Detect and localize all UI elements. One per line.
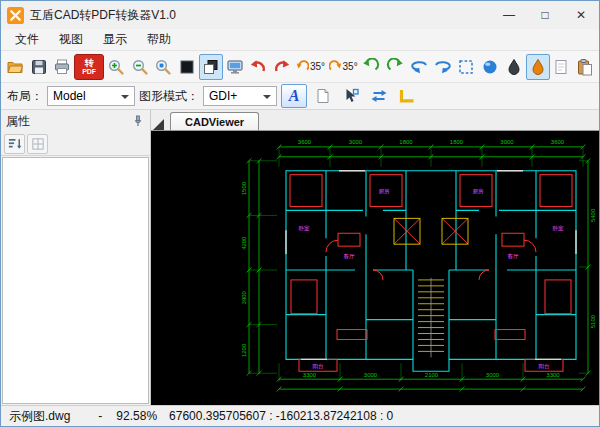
graphics-mode-selected-value: GDI+ bbox=[209, 89, 237, 103]
dimension-label: 3000 bbox=[349, 139, 363, 145]
tab-cadviewer[interactable]: CADViewer bbox=[170, 112, 259, 130]
sphere-render-button[interactable] bbox=[478, 54, 502, 80]
zoom-in-button[interactable] bbox=[104, 54, 128, 80]
menu-file[interactable]: 文件 bbox=[5, 29, 49, 50]
spin-right-button[interactable] bbox=[431, 54, 455, 80]
maximize-button[interactable]: □ bbox=[527, 1, 563, 29]
zoom-out-button[interactable] bbox=[128, 54, 152, 80]
background-toggle-button[interactable] bbox=[199, 54, 223, 80]
properties-panel: 属性 bbox=[1, 110, 151, 405]
blank-page-icon bbox=[552, 58, 570, 76]
menu-display[interactable]: 显示 bbox=[93, 29, 137, 50]
floor-plan-drawing: 3600 3000 1800 1800 3000 3600 3300 3000 … bbox=[151, 131, 599, 405]
swap-arrows-icon bbox=[370, 87, 388, 105]
zoom-out-icon bbox=[131, 58, 149, 76]
rotate-left-angle-label: 35° bbox=[310, 61, 325, 72]
redo-button[interactable] bbox=[270, 54, 294, 80]
dimension-label: 3600 bbox=[298, 139, 312, 145]
sort-button[interactable] bbox=[4, 134, 25, 154]
room-label: 客厅 bbox=[508, 253, 520, 260]
dashed-selection-icon bbox=[457, 58, 475, 76]
rotate-cw-button[interactable] bbox=[383, 54, 407, 80]
dimension-label: 1800 bbox=[450, 139, 464, 145]
grid-icon bbox=[30, 136, 46, 152]
corner-line-icon bbox=[398, 87, 416, 105]
layout-label: 布局： bbox=[7, 88, 43, 105]
properties-title: 属性 bbox=[6, 113, 30, 130]
menu-view[interactable]: 视图 bbox=[49, 29, 93, 50]
select-region-button[interactable] bbox=[455, 54, 479, 80]
page-icon bbox=[314, 87, 332, 105]
paste-button[interactable] bbox=[573, 54, 597, 80]
layout-select[interactable]: Model bbox=[47, 86, 135, 106]
status-filename: 示例图.dwg bbox=[9, 408, 70, 425]
rotate-ccw-button[interactable] bbox=[359, 54, 383, 80]
sort-icon bbox=[7, 136, 23, 152]
properties-header: 属性 bbox=[1, 110, 150, 132]
black-background-button[interactable] bbox=[175, 54, 199, 80]
rotate-right-arc-icon bbox=[329, 60, 342, 73]
room-label: 阳台 bbox=[313, 363, 324, 370]
open-folder-icon bbox=[6, 58, 24, 76]
swap-view-button[interactable] bbox=[367, 83, 391, 109]
minimize-button[interactable]: — bbox=[491, 1, 527, 29]
dimension-label: 3000 bbox=[486, 372, 500, 378]
main-toolbar: 转 PDF 35° 35° bbox=[1, 51, 599, 83]
dimension-label: 5100 bbox=[590, 314, 596, 328]
room-label: 厨房 bbox=[379, 188, 391, 194]
convert-pdf-button[interactable]: 转 PDF bbox=[74, 54, 104, 80]
dimension-label: 3000 bbox=[364, 372, 378, 378]
room-label: 厨房 bbox=[473, 188, 485, 194]
tab-bar: CADViewer bbox=[151, 110, 599, 131]
color-ink-button[interactable] bbox=[526, 54, 550, 80]
properties-content[interactable] bbox=[2, 157, 149, 404]
rotate-left-35-button[interactable]: 35° bbox=[294, 54, 327, 80]
spin-left-3d-icon bbox=[410, 58, 428, 76]
pin-icon[interactable] bbox=[131, 114, 145, 128]
undo-button[interactable] bbox=[247, 54, 271, 80]
graphics-mode-select[interactable]: GDI+ bbox=[203, 86, 277, 106]
status-zoom-level: 92.58% bbox=[116, 409, 157, 423]
monitor-icon bbox=[226, 58, 244, 76]
white-page-button[interactable] bbox=[311, 83, 335, 109]
room-label: 客厅 bbox=[344, 253, 356, 260]
status-bar: 示例图.dwg - 92.58% 67600.395705607 : -1602… bbox=[1, 405, 599, 426]
dimension-label: 3300 bbox=[546, 372, 560, 378]
black-square-icon bbox=[178, 58, 196, 76]
fit-screen-button[interactable] bbox=[223, 54, 247, 80]
pdf-button-line1: 转 bbox=[85, 59, 94, 68]
blue-sphere-icon bbox=[481, 58, 499, 76]
status-separator: - bbox=[98, 409, 102, 423]
chevron-down-icon bbox=[121, 95, 129, 103]
layout-selected-value: Model bbox=[53, 89, 86, 103]
corner-measure-button[interactable] bbox=[395, 83, 419, 109]
zoom-in-icon bbox=[107, 58, 125, 76]
grid-view-button[interactable] bbox=[27, 134, 48, 154]
rotate-right-35-button[interactable]: 35° bbox=[327, 54, 360, 80]
cad-canvas[interactable]: 3600 3000 1800 1800 3000 3600 3300 3000 … bbox=[151, 131, 599, 405]
rotate-left-arc-icon bbox=[296, 60, 309, 73]
window-title: 互盾CAD转PDF转换器V1.0 bbox=[30, 7, 176, 24]
pdf-button-line2: PDF bbox=[82, 68, 96, 75]
snap-pick-button[interactable] bbox=[339, 83, 363, 109]
print-button[interactable] bbox=[51, 54, 75, 80]
properties-toolbar bbox=[1, 132, 150, 156]
dark-droplet-icon bbox=[505, 58, 523, 76]
overlapping-squares-icon bbox=[202, 58, 220, 76]
zoom-extents-button[interactable] bbox=[152, 54, 176, 80]
title-bar: 互盾CAD转PDF转换器V1.0 — □ ✕ bbox=[1, 1, 599, 29]
text-display-button[interactable]: A bbox=[281, 84, 307, 108]
rotate-ccw-icon bbox=[362, 58, 380, 76]
spin-left-button[interactable] bbox=[407, 54, 431, 80]
dimension-label: 4200 bbox=[241, 236, 247, 250]
blank-page-button[interactable] bbox=[550, 54, 574, 80]
open-button[interactable] bbox=[3, 54, 27, 80]
save-button[interactable] bbox=[27, 54, 51, 80]
dimension-label: 1200 bbox=[241, 343, 247, 357]
status-coordinates: 67600.395705607 : -160213.87242108 : 0 bbox=[169, 409, 393, 423]
menu-help[interactable]: 帮助 bbox=[137, 29, 181, 50]
dimension-label: 3900 bbox=[241, 290, 247, 304]
close-button[interactable]: ✕ bbox=[563, 1, 599, 29]
mono-ink-button[interactable] bbox=[502, 54, 526, 80]
app-logo-icon bbox=[7, 7, 24, 24]
